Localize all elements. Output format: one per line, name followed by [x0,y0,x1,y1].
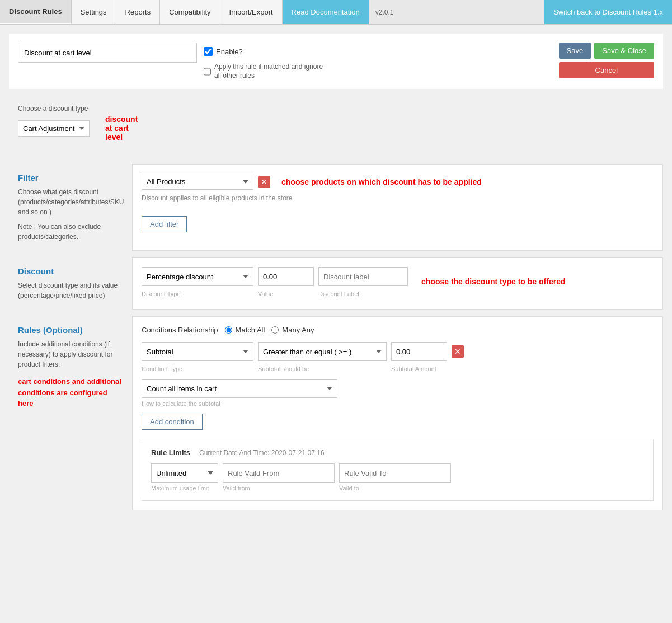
filter-left: Filter Choose what gets discount (produc… [9,164,132,251]
remove-condition-button[interactable]: ✕ [452,345,464,358]
many-any-radio: Many Any [271,326,314,334]
subtotal-how-row: Count all items in cart Count unique ite… [142,379,654,407]
discount-type-left: Choose a discount type Cart Adjustment P… [9,96,132,157]
discount-type-field: Percentage discount Fixed discount Price… [142,267,253,286]
tab-read-documentation[interactable]: Read Documentation [283,0,369,24]
action-buttons: Save Save & Close Cancel [559,43,654,78]
discount-fields-row: Percentage discount Fixed discount Price… [142,267,654,286]
rules-left: Rules (Optional) Include additional cond… [9,316,132,510]
filter-annotation: choose products on which discount has to… [281,177,482,186]
enable-label: Enable? [216,48,243,56]
discount-type-select[interactable]: Cart Adjustment Percentage Fixed Price [18,120,90,137]
tab-compatibility[interactable]: Compatibility [160,0,220,24]
main-content: Enable? Apply this rule if matched and i… [0,25,672,526]
discount-field-labels: Discount Type Value Discount Label [142,288,654,297]
enable-section: Enable? [204,47,327,56]
rules-section: Rules (Optional) Include additional cond… [9,316,663,510]
cancel-button[interactable]: Cancel [559,62,654,78]
discount-annotation: choose the discount type to be offered [421,277,565,286]
match-all-radio-input[interactable] [225,326,232,334]
discount-type-section: Choose a discount type Cart Adjustment P… [9,96,663,157]
save-close-button[interactable]: Save & Close [594,43,654,59]
discount-type-row: Choose a discount type Cart Adjustment P… [18,105,123,142]
discount-label-label: Discount Label [318,291,408,297]
apply-rule-checkbox[interactable] [204,67,211,76]
valid-to-input[interactable] [339,463,451,483]
all-products-select[interactable]: All Products Specific Products Specific … [142,174,253,190]
condition-labels: Condition Type Subtotal should be Subtot… [142,366,654,372]
apply-rule-label: Apply this rule if matched and ignore al… [214,63,327,80]
rule-limits-section: Rule Limits Current Date And Time: 2020-… [142,439,654,501]
discount-right: Percentage discount Fixed discount Price… [132,257,663,310]
rules-annotation: cart conditions and additional condition… [18,376,123,409]
form-middle: Enable? Apply this rule if matched and i… [204,43,327,80]
filter-right: All Products Specific Products Specific … [132,164,663,251]
discount-value-input[interactable] [258,267,314,286]
filter-section: Filter Choose what gets discount (produc… [9,164,663,251]
condition-op-select[interactable]: Greater than or equal ( >= ) Less than o… [258,342,387,361]
rule-limits-header: Rule Limits Current Date And Time: 2020-… [151,448,644,457]
tab-reports[interactable]: Reports [116,0,161,24]
discount-title: Discount [18,266,123,276]
rule-limits-fields: Unlimited Limited [151,463,644,483]
discount-type-label: Discount Type [142,291,253,297]
filter-note2: Note : You can also exclude products/cat… [18,222,123,242]
filter-row: All Products Specific Products Specific … [142,174,654,190]
version-label: v2.0.1 [369,8,401,16]
subtotal-how-select[interactable]: Count all items in cart Count unique ite… [142,379,337,398]
rule-limits-labels: Maximum usage limit Vaild from Vaild to [151,485,644,491]
save-button[interactable]: Save [559,43,591,59]
add-filter-button[interactable]: Add filter [142,216,187,232]
condition-amount-input[interactable] [391,342,447,361]
remove-filter-button[interactable]: ✕ [258,176,270,188]
rules-desc: Include additional conditions (if necess… [18,339,123,369]
discount-type-label: Choose a discount type [18,105,123,113]
discount-type-dropdown[interactable]: Percentage discount Fixed discount Price… [142,267,253,286]
valid-from-input[interactable] [223,463,335,483]
max-usage-label: Maximum usage limit [151,485,218,491]
rules-title: Rules (Optional) [18,325,123,335]
match-all-radio: Match All [225,326,265,334]
tab-discount-rules[interactable]: Discount Rules [0,0,72,24]
top-navigation: Discount Rules Settings Reports Compatib… [0,0,672,25]
condition-row: Subtotal Total Items Weight Payment Meth… [142,342,654,361]
conditions-relationship: Conditions Relationship Match All Many A… [142,326,654,334]
subtotal-should-be-label: Subtotal should be [258,366,387,372]
discount-type-annotation: discount at cart level [105,115,138,142]
form-top-row: Enable? Apply this rule if matched and i… [9,34,663,89]
valid-to-label: Vaild to [339,485,451,491]
rules-right: Conditions Relationship Match All Many A… [132,316,663,510]
limit-select[interactable]: Unlimited Limited [151,463,218,483]
discount-section: Discount Select discount type and its va… [9,257,663,310]
rule-limits-title: Rule Limits [151,448,190,457]
filter-title: Filter [18,173,123,182]
tab-import-export[interactable]: Import/Export [220,0,283,24]
rule-name-input[interactable] [18,43,197,63]
match-all-label: Match All [236,326,265,334]
condition-type-label: Condition Type [142,366,253,372]
tab-settings[interactable]: Settings [72,0,116,24]
many-any-label: Many Any [282,326,314,334]
discount-desc: Select discount type and its value (perc… [18,280,123,301]
filter-note: Discount applies to all eligible product… [142,194,654,202]
enable-checkbox[interactable] [204,47,213,56]
add-condition-button[interactable]: Add condition [142,414,203,430]
apply-rule-section: Apply this rule if matched and ignore al… [204,63,327,80]
conditions-relationship-label: Conditions Relationship [142,326,218,334]
discount-label-field [318,267,408,286]
valid-from-label: Vaild from [223,485,335,491]
filter-desc: Choose what gets discount (products/cate… [18,187,123,217]
condition-type-select[interactable]: Subtotal Total Items Weight Payment Meth… [142,342,253,361]
discount-label-input[interactable] [318,267,408,286]
discount-value-field [258,267,314,286]
many-any-radio-input[interactable] [271,326,279,334]
subtotal-how-label: How to calculate the subtotal [142,400,654,407]
value-label: Value [258,291,314,297]
btn-row-top: Save Save & Close [559,43,654,59]
subtotal-amount-label: Subtotal Amount [391,366,447,372]
discount-left: Discount Select discount type and its va… [9,257,132,310]
current-date: Current Date And Time: 2020-07-21 07:16 [199,449,324,457]
switch-back-button[interactable]: Switch back to Discount Rules 1.x [544,0,672,24]
